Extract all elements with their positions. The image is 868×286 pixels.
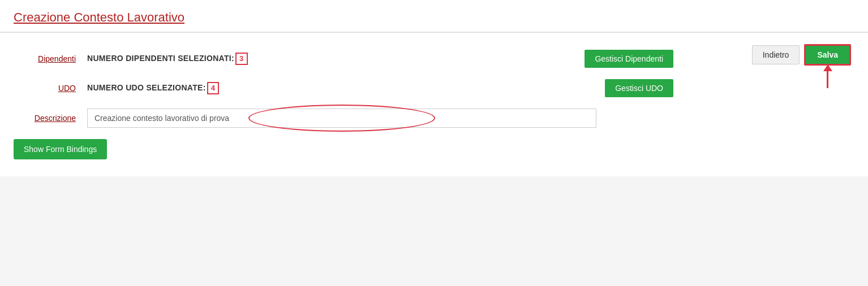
page-container: Creazione Contesto Lavorativo Indietro S…	[0, 0, 868, 286]
dipendenti-label: Dipendenti	[14, 54, 87, 63]
form-area: Dipendenti NUMERO DIPENDENTI SELEZIONATI…	[14, 50, 854, 159]
salva-button[interactable]: Salva	[804, 44, 851, 66]
header-section: Creazione Contesto Lavorativo	[0, 0, 868, 33]
descrizione-input[interactable]	[87, 109, 596, 128]
show-form-bindings-row: Show Form Bindings	[14, 139, 854, 159]
indietro-button[interactable]: Indietro	[752, 45, 800, 64]
udo-row: UDO NUMERO UDO SELEZIONATE:4 Gestisci UD…	[14, 79, 854, 97]
arrow-head	[823, 64, 832, 71]
gestisci-dipendenti-button[interactable]: Gestisci Dipendenti	[585, 50, 673, 68]
dipendenti-value-row: NUMERO DIPENDENTI SELEZIONATI:3 Gestisci…	[87, 50, 854, 68]
salva-wrapper: Salva	[804, 44, 851, 66]
main-content: Indietro Salva Dipendenti NUMERO DIPENDE…	[0, 33, 868, 176]
descrizione-row: Descrizione	[14, 109, 854, 128]
dipendenti-count: 3	[235, 53, 248, 65]
dipendenti-text: NUMERO DIPENDENTI SELEZIONATI:3	[87, 53, 248, 65]
arrow-indicator	[823, 66, 832, 88]
descrizione-input-wrapper	[87, 109, 596, 128]
udo-label: UDO	[14, 84, 87, 93]
show-form-bindings-button[interactable]: Show Form Bindings	[14, 139, 107, 159]
udo-value-row: NUMERO UDO SELEZIONATE:4 Gestisci UDO	[87, 79, 854, 97]
page-title: Creazione Contesto Lavorativo	[14, 10, 184, 32]
udo-count: 4	[207, 82, 220, 94]
udo-text: NUMERO UDO SELEZIONATE:4	[87, 82, 219, 94]
dipendenti-row: Dipendenti NUMERO DIPENDENTI SELEZIONATI…	[14, 50, 854, 68]
arrow-line	[827, 71, 828, 88]
toolbar-right: Indietro Salva	[752, 44, 851, 66]
descrizione-label: Descrizione	[14, 114, 87, 123]
gestisci-udo-button[interactable]: Gestisci UDO	[605, 79, 673, 97]
